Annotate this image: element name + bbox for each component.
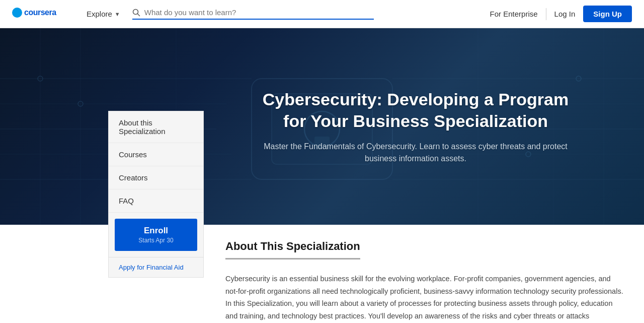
logo[interactable]: coursera [12, 6, 72, 23]
svg-line-3 [137, 14, 139, 16]
sidebar-item-creators[interactable]: Creators [109, 166, 203, 189]
enroll-button[interactable]: Enroll Starts Apr 30 [115, 219, 197, 251]
search-bar [132, 8, 374, 20]
sidebar: About this Specialization Courses Creato… [108, 111, 204, 278]
header-right: For Enterprise Log In Sign Up [490, 6, 632, 22]
svg-text:coursera: coursera [24, 8, 56, 17]
search-icon [132, 9, 140, 17]
search-input[interactable] [144, 8, 374, 17]
for-enterprise-link[interactable]: For Enterprise [490, 10, 538, 18]
sidebar-item-faq[interactable]: FAQ [109, 189, 203, 213]
signup-button[interactable]: Sign Up [583, 6, 632, 22]
coursera-logo-svg: coursera [12, 6, 72, 20]
enroll-label: Enroll [144, 226, 168, 236]
sidebar-item-courses[interactable]: Courses [109, 143, 203, 166]
login-button[interactable]: Log In [554, 10, 576, 18]
enroll-section: Enroll Starts Apr 30 [109, 213, 203, 257]
hero-section: Cybersecurity: Developing a Program for … [0, 28, 644, 225]
header: coursera Explore ▼ For Enterprise Log In… [0, 0, 644, 28]
enroll-starts: Starts Apr 30 [138, 237, 173, 244]
sidebar-item-about[interactable]: About this Specialization [109, 111, 203, 143]
explore-label: Explore [87, 10, 112, 18]
below-hero-section: About This Specialization Cybersecurity … [0, 225, 644, 323]
chevron-down-icon: ▼ [115, 11, 120, 17]
section-title: About This Specialization [225, 240, 360, 260]
section-body: Cybersecurity is an essential business s… [225, 273, 624, 323]
explore-button[interactable]: Explore ▼ [83, 7, 124, 21]
financial-aid-link[interactable]: Apply for Financial Aid [109, 257, 203, 277]
logo-text: coursera [12, 6, 72, 23]
hero-content: Cybersecurity: Developing a Program for … [260, 89, 572, 165]
main-content: About This Specialization Cybersecurity … [205, 225, 644, 323]
hero-subtitle: Master the Fundamentals of Cybersecurity… [260, 141, 572, 165]
header-divider [546, 8, 546, 20]
hero-title: Cybersecurity: Developing a Program for … [260, 89, 572, 132]
